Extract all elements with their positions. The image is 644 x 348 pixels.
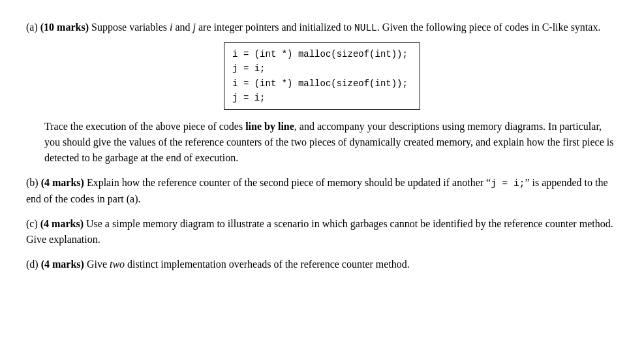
part-a-label: (a): [26, 22, 38, 33]
part-b-marks: (4 marks): [41, 177, 84, 188]
part-a-intro: (a) (10 marks) Suppose variables i and j…: [26, 20, 618, 36]
part-c-text: Use a simple memory diagram to illustrat…: [26, 218, 613, 245]
part-b-block: (b) (4 marks) Explain how the reference …: [26, 175, 618, 207]
code-block: i = (int *) malloc(sizeof(int)); j = i; …: [224, 42, 420, 110]
code-line-1: i = (int *) malloc(sizeof(int));: [232, 49, 408, 59]
code-line-3: i = (int *) malloc(sizeof(int));: [232, 78, 408, 89]
part-d-marks: (4 marks): [41, 259, 84, 270]
part-b-label: (b): [26, 177, 38, 188]
code-line-2: j = i;: [232, 63, 265, 74]
part-d-text: Give two distinct implementation overhea…: [87, 259, 410, 270]
part-c-label: (c): [26, 218, 38, 229]
part-a-marks: (10 marks): [40, 22, 89, 33]
part-d-label: (d): [26, 259, 38, 270]
part-a-trace-text: Trace the execution of the above piece o…: [44, 121, 613, 163]
part-c-row: (c) (4 marks) Use a simple memory diagra…: [26, 216, 618, 247]
part-a-text: Suppose variables i and j are integer po…: [91, 22, 600, 33]
part-c-block: (c) (4 marks) Use a simple memory diagra…: [26, 216, 618, 247]
code-block-wrapper: i = (int *) malloc(sizeof(int)); j = i; …: [26, 42, 618, 110]
part-a-block: (a) (10 marks) Suppose variables i and j…: [26, 20, 618, 166]
part-b-text: Explain how the reference counter of the…: [26, 177, 607, 204]
part-d-block: (d) (4 marks) Give two distinct implemen…: [26, 257, 618, 272]
part-d-row: (d) (4 marks) Give two distinct implemen…: [26, 257, 618, 272]
part-b-row: (b) (4 marks) Explain how the reference …: [26, 175, 618, 207]
code-line-4: j = i;: [232, 93, 265, 103]
part-a-trace: Trace the execution of the above piece o…: [44, 119, 618, 166]
part-c-marks: (4 marks): [40, 218, 84, 229]
